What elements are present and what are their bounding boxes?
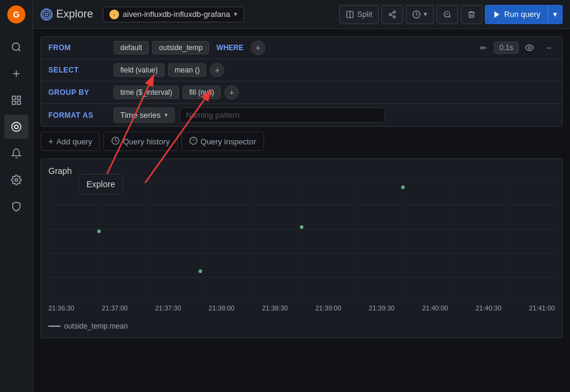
formatas-label: FORMAT AS xyxy=(41,111,114,120)
groupby-pills: time ($_interval) fill (null) + xyxy=(114,82,239,103)
svg-point-30 xyxy=(528,47,531,49)
content-area: FROM default outside_temp WHERE + ✏ 0.1s xyxy=(33,29,570,392)
svg-point-50 xyxy=(300,225,303,229)
select-pills: field (value) mean () + xyxy=(114,59,224,81)
share-button[interactable] xyxy=(381,5,403,24)
history-chevron-icon: ▾ xyxy=(424,10,427,18)
svg-line-23 xyxy=(391,14,393,16)
history-button[interactable]: ▾ xyxy=(406,5,434,24)
query-row-select: SELECT field (value) mean () + xyxy=(41,59,562,82)
query-inspector-icon xyxy=(189,137,198,147)
x-axis: 21:36:30 21:37:00 21:37:30 21:38:00 21:3… xyxy=(48,303,555,312)
svg-point-15 xyxy=(45,13,48,16)
sidebar-item-search[interactable] xyxy=(4,35,28,59)
from-table-pill[interactable]: outside_temp xyxy=(152,41,209,54)
sidebar-item-add[interactable] xyxy=(4,62,28,86)
where-add-button[interactable]: + xyxy=(251,40,265,55)
add-query-icon: + xyxy=(48,137,53,146)
sidebar-item-settings[interactable] xyxy=(4,168,28,192)
x-label-9: 21:41:00 xyxy=(529,304,555,312)
svg-point-11 xyxy=(12,123,21,132)
graph-svg: 80 60 40 20 0 -20 xyxy=(48,181,555,301)
select-add-button[interactable]: + xyxy=(210,63,224,77)
zoom-out-button[interactable] xyxy=(436,5,458,24)
explore-icon xyxy=(40,8,53,21)
x-label-7: 21:40:00 xyxy=(422,304,448,312)
x-label-2: 21:37:30 xyxy=(155,304,181,312)
datasource-chevron-icon: ▾ xyxy=(234,10,238,18)
svg-point-51 xyxy=(401,185,405,189)
groupby-fill-pill[interactable]: fill (null) xyxy=(183,86,221,99)
x-label-0: 21:36:30 xyxy=(48,304,74,312)
from-default-pill[interactable]: default xyxy=(114,41,149,54)
run-query-chevron-icon: ▾ xyxy=(553,10,557,19)
groupby-time-pill[interactable]: time ($_interval) xyxy=(114,86,179,99)
legend-label: outside_temp.mean xyxy=(64,322,128,330)
svg-marker-29 xyxy=(494,11,499,18)
svg-point-13 xyxy=(15,179,18,182)
run-query-chevron-button[interactable]: ▾ xyxy=(548,5,563,24)
sidebar: G xyxy=(0,0,33,392)
query-history-label: Query history xyxy=(123,137,169,146)
groupby-label: GROUP BY xyxy=(41,88,114,97)
select-field-pill[interactable]: field (value) xyxy=(114,63,164,77)
run-query-split-button: Run query ▾ xyxy=(485,5,563,24)
from-label: FROM xyxy=(41,43,114,52)
svg-point-49 xyxy=(199,269,202,273)
timing-badge: 0.1s xyxy=(494,42,519,54)
page-title-text: Explore xyxy=(56,8,93,21)
query-inspector-label: Query inspector xyxy=(201,137,256,146)
x-label-1: 21:37:00 xyxy=(102,304,128,312)
svg-point-14 xyxy=(43,11,50,18)
sidebar-item-dashboards[interactable] xyxy=(4,88,28,112)
x-label-5: 21:39:00 xyxy=(316,304,342,312)
x-label-8: 21:40:30 xyxy=(476,304,502,312)
formatas-controls: Time series ▾ xyxy=(114,104,385,126)
query-inspector-button[interactable]: Query inspector xyxy=(181,132,264,151)
format-select[interactable]: Time series ▾ xyxy=(114,108,175,123)
add-query-label: Add query xyxy=(56,137,92,146)
query-builder: FROM default outside_temp WHERE + ✏ 0.1s xyxy=(40,36,563,127)
add-query-button[interactable]: + Add query xyxy=(40,132,100,151)
clear-button[interactable] xyxy=(461,5,482,24)
sidebar-item-alerting[interactable] xyxy=(4,141,28,165)
svg-rect-35 xyxy=(48,181,555,301)
grafana-logo[interactable]: G xyxy=(7,5,26,24)
remove-query-button[interactable]: − xyxy=(540,39,557,56)
main-content: Explore i aiven-influxdb-influxdb-grafan… xyxy=(33,0,570,392)
svg-point-22 xyxy=(393,16,396,18)
select-mean-pill[interactable]: mean () xyxy=(168,63,206,77)
svg-text:G: G xyxy=(13,10,20,19)
from-pills: default outside_temp WHERE + xyxy=(114,37,265,59)
svg-rect-10 xyxy=(18,101,21,104)
from-row-actions: ✏ 0.1s − xyxy=(474,39,562,56)
svg-point-20 xyxy=(393,11,396,13)
run-query-label: Run query xyxy=(504,10,540,19)
query-row-groupby: GROUP BY time ($_interval) fill (null) + xyxy=(41,82,562,104)
svg-point-12 xyxy=(15,125,18,129)
graph-title: Graph xyxy=(48,166,555,176)
run-query-button[interactable]: Run query xyxy=(485,5,548,24)
x-label-4: 21:38:30 xyxy=(262,304,288,312)
legend-line-icon xyxy=(48,326,60,327)
groupby-add-button[interactable]: + xyxy=(224,85,239,100)
sidebar-item-shield[interactable] xyxy=(4,194,28,219)
split-label: Split xyxy=(357,10,372,19)
explore-dropdown-label: Explore xyxy=(86,179,115,189)
graph-area: 80 60 40 20 0 -20 xyxy=(48,181,555,320)
query-row-from: FROM default outside_temp WHERE + ✏ 0.1s xyxy=(41,37,562,59)
topnav: Explore i aiven-influxdb-influxdb-grafan… xyxy=(33,0,570,29)
svg-line-27 xyxy=(449,16,451,18)
svg-line-4 xyxy=(18,49,20,51)
select-label: SELECT xyxy=(41,66,114,74)
sidebar-item-explore[interactable] xyxy=(4,115,28,139)
eye-button[interactable] xyxy=(521,39,538,56)
svg-rect-9 xyxy=(12,101,15,104)
datasource-selector[interactable]: i aiven-influxdb-influxdb-grafana ▾ xyxy=(103,7,244,22)
datasource-icon: i xyxy=(109,10,119,19)
edit-query-button[interactable]: ✏ xyxy=(474,39,491,56)
format-chevron-icon: ▾ xyxy=(164,111,168,119)
naming-pattern-input[interactable] xyxy=(180,108,385,123)
split-button[interactable]: Split xyxy=(339,5,379,24)
query-history-button[interactable]: Query history xyxy=(103,132,177,151)
